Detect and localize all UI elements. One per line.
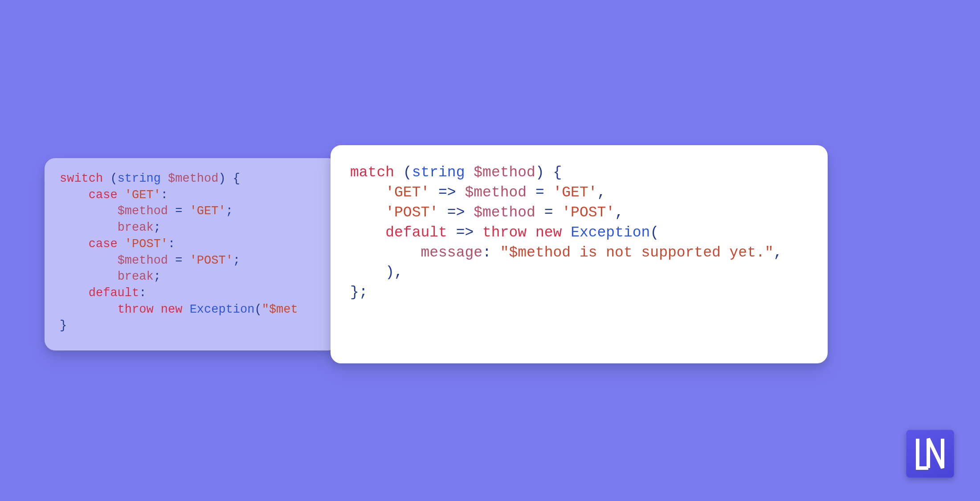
kw-new: new — [161, 303, 183, 316]
canvas: switch (string $method) { case 'GET': $m… — [0, 0, 980, 501]
code-block-switch: switch (string $method) { case 'GET': $m… — [60, 171, 323, 334]
code-card-switch: switch (string $method) { case 'GET': $m… — [45, 158, 339, 350]
kw-switch: switch — [60, 172, 103, 185]
kw-break: break — [118, 221, 154, 234]
kw-match: match — [350, 164, 394, 181]
class-exception: Exception — [190, 303, 255, 316]
str-post: 'POST' — [125, 237, 168, 251]
kw-throw: throw — [118, 303, 154, 316]
named-arg-message: message — [421, 244, 482, 261]
kw-default: default — [89, 286, 139, 300]
ln-logo-icon — [906, 430, 954, 478]
code-card-match: match (string $method) { 'GET' => $metho… — [331, 145, 828, 363]
str-message: "$method is not supported yet." — [500, 244, 774, 261]
brand-logo — [906, 430, 954, 478]
kw-case: case — [89, 188, 118, 202]
var-method: $method — [168, 172, 218, 185]
type-string: string — [118, 172, 161, 185]
str-get: 'GET' — [125, 188, 161, 202]
code-block-match: match (string $method) { 'GET' => $metho… — [350, 163, 808, 303]
